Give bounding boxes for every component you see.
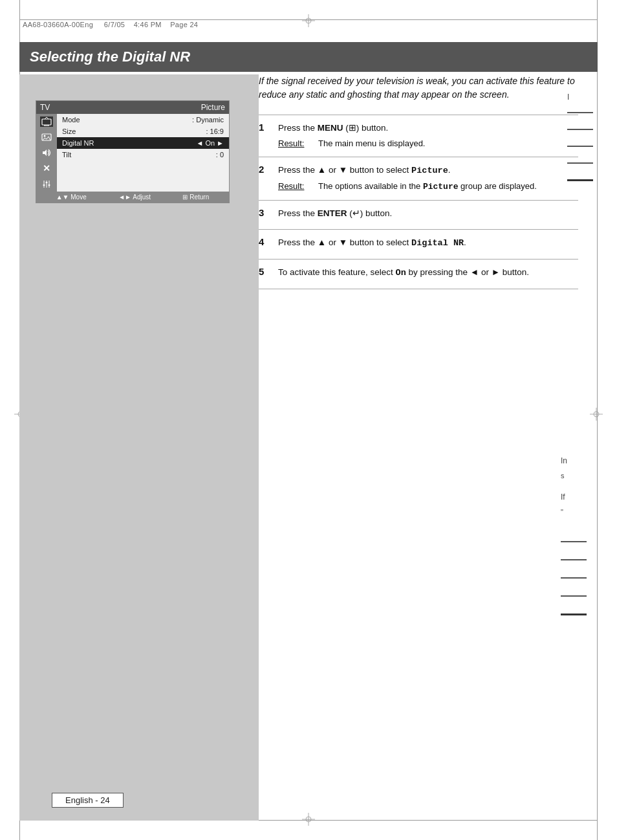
- svg-point-19: [44, 135, 46, 137]
- right-note-mid3: If: [561, 489, 596, 505]
- reg-mark-right: [590, 408, 603, 421]
- page-header: Selecting the Digital NR: [19, 42, 598, 72]
- right-note-1: I: [567, 91, 596, 105]
- step-number-1: 1: [259, 115, 278, 157]
- right-rule-lower-1: [561, 541, 587, 542]
- main-content: If the signal received by your televisio…: [259, 74, 578, 289]
- right-rule-3: [567, 146, 593, 147]
- footer-return: ⊞ Return: [182, 193, 209, 201]
- step-instruction-2: Press the ▲ or ▼ button to select Pictur…: [278, 164, 578, 177]
- step-number-2: 2: [259, 157, 278, 200]
- step-number-4: 4: [259, 229, 278, 259]
- right-note-mid2: s: [561, 469, 596, 483]
- svg-rect-12: [42, 119, 51, 125]
- svg-point-21: [46, 182, 48, 184]
- result-label-1: Result:: [278, 137, 310, 150]
- right-rule-2: [567, 129, 593, 130]
- tv-menu-header-left: TV: [40, 103, 50, 112]
- tv-menu-screenshot: TV Picture: [36, 100, 230, 203]
- right-note-mid1: In: [561, 453, 596, 469]
- tv-icon: [40, 116, 53, 127]
- tv-menu-sidebar: ✕: [36, 114, 57, 192]
- step-content-5: To activate this feature, select On by p…: [278, 260, 578, 289]
- right-rule-lower-3: [561, 577, 587, 579]
- menu-row-digital-nr: Digital NR ◄ On ►: [57, 137, 229, 149]
- step-content-4: Press the ▲ or ▼ button to select Digita…: [278, 229, 578, 259]
- menu-row-tilt: Tilt : 0: [57, 149, 229, 160]
- svg-marker-20: [43, 149, 47, 156]
- right-rule-5: [567, 179, 593, 181]
- right-rule-4: [567, 162, 593, 164]
- footer-text: English - 24: [65, 795, 110, 805]
- step-row-1: 1 Press the MENU (⊞) button. Result: The…: [259, 115, 578, 157]
- right-note-mid4: ": [561, 505, 596, 519]
- reg-mark-bottom: [302, 813, 315, 826]
- result-label-2: Result:: [278, 180, 310, 193]
- menu-row-size: Size : 16:9: [57, 126, 229, 137]
- picture-icon: [40, 132, 53, 142]
- settings-icon: [40, 179, 53, 189]
- step-row-2: 2 Press the ▲ or ▼ button to select Pict…: [259, 157, 578, 200]
- step-result-1: Result: The main menu is displayed.: [278, 137, 578, 150]
- menu-row-mode: Mode : Dynamic: [57, 114, 229, 126]
- svg-point-23: [49, 184, 50, 186]
- step-row-3: 3 Press the ENTER (↵) button.: [259, 200, 578, 229]
- step-instruction-4: Press the ▲ or ▼ button to select Digita…: [278, 236, 578, 250]
- intro-paragraph: If the signal received by your televisio…: [259, 74, 578, 102]
- tv-menu-content: Mode : Dynamic Size : 16:9 Digital NR ◄ …: [57, 114, 229, 192]
- footer-page-label: English - 24: [52, 793, 124, 808]
- footer-adjust: ◄► Adjust: [118, 193, 151, 201]
- step-content-3: Press the ENTER (↵) button.: [278, 200, 578, 229]
- step-row-4: 4 Press the ▲ or ▼ button to select Digi…: [259, 229, 578, 259]
- footer-move: ▲▼ Move: [56, 193, 87, 201]
- steps-table: 1 Press the MENU (⊞) button. Result: The…: [259, 115, 578, 289]
- right-rule-lower-4: [561, 595, 587, 597]
- step-result-2: Result: The options available in the Pic…: [278, 180, 578, 193]
- tv-menu-header-right: Picture: [201, 103, 225, 112]
- result-text-2: The options available in the Picture gro…: [318, 180, 537, 193]
- x-icon: ✕: [40, 163, 53, 173]
- step-content-1: Press the MENU (⊞) button. Result: The m…: [278, 115, 578, 157]
- step-instruction-1: Press the MENU (⊞) button.: [278, 122, 578, 135]
- reg-mark-top: [302, 14, 315, 27]
- step-row-5: 5 To activate this feature, select On by…: [259, 260, 578, 289]
- step-number-3: 3: [259, 200, 278, 229]
- document-meta: AA68-03660A-00Eng 6/7/05 4:46 PM Page 24: [23, 21, 198, 28]
- step-instruction-5: To activate this feature, select On by p…: [278, 266, 578, 280]
- right-rule-1: [567, 112, 593, 113]
- right-rule-lower-2: [561, 559, 587, 560]
- sound-icon: [40, 148, 53, 158]
- right-side-lower: In s If ": [561, 453, 596, 618]
- svg-point-22: [43, 184, 45, 186]
- result-text-1: The main menu is displayed.: [318, 137, 425, 150]
- right-rule-lower-5: [561, 613, 587, 615]
- step-instruction-3: Press the ENTER (↵) button.: [278, 207, 578, 220]
- page-title: Selecting the Digital NR: [30, 49, 587, 65]
- step-content-2: Press the ▲ or ▼ button to select Pictur…: [278, 157, 578, 200]
- right-side-content: I: [567, 91, 596, 183]
- step-number-5: 5: [259, 260, 278, 289]
- tv-menu-footer: ▲▼ Move ◄► Adjust ⊞ Return: [36, 192, 229, 203]
